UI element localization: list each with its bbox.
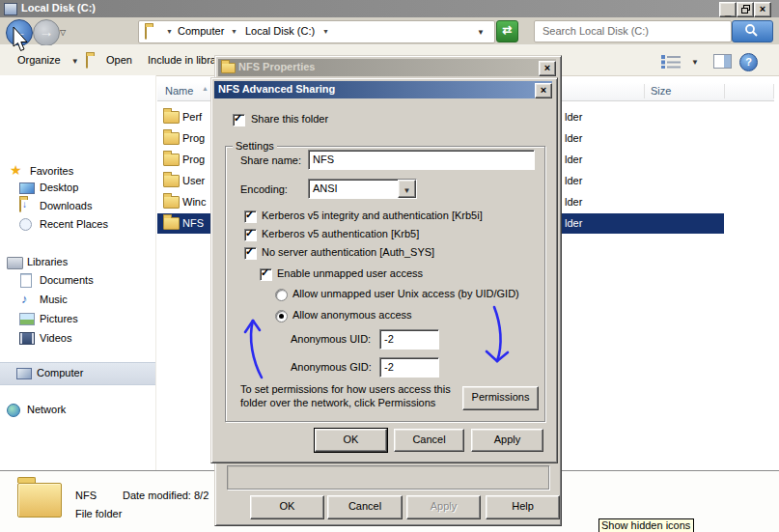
videos-icon	[19, 332, 35, 345]
show-hidden-icons-tooltip: Show hidden icons	[598, 518, 694, 532]
sidebar-item-pictures[interactable]: Pictures	[40, 313, 78, 324]
share-this-folder-checkbox[interactable]: ✓	[233, 114, 245, 126]
sidebar-item-music[interactable]: Music	[40, 294, 68, 305]
file-name: Perf	[182, 111, 202, 123]
check-icon: ✓	[234, 112, 242, 125]
check-icon: ✓	[245, 209, 254, 221]
properties-ok-button[interactable]: OK	[250, 495, 324, 519]
folder-icon	[163, 111, 180, 124]
sidebar-item-desktop[interactable]: Desktop	[40, 182, 78, 193]
krb5-checkbox[interactable]: ✓	[244, 229, 257, 241]
nfs-advanced-sharing-dialog: NFS Advanced Sharing × ✓ Share this fold…	[210, 77, 558, 463]
sidebar-item-favorites[interactable]: Favorites	[30, 165, 73, 177]
computer-icon	[16, 368, 32, 379]
music-icon: ♪	[21, 294, 28, 305]
share-name-field[interactable]: NFS	[308, 150, 535, 170]
krb5i-label: Kerberos v5 integrity and authentication…	[262, 210, 483, 221]
share-this-folder-label: Share this folder	[251, 113, 328, 125]
sidebar-item-computer[interactable]: Computer	[0, 362, 155, 385]
sidebar-item-recent-places[interactable]: Recent Places	[40, 218, 108, 230]
file-name: Prog	[182, 132, 205, 144]
selected-folder-icon	[17, 483, 62, 518]
sidebar-item-downloads[interactable]: Downloads	[40, 200, 92, 211]
unix-access-radio[interactable]	[275, 289, 288, 301]
folder-icon	[163, 132, 180, 145]
advanced-title: NFS Advanced Sharing	[218, 83, 335, 95]
file-type-tail: lder	[565, 217, 582, 229]
advanced-apply-button[interactable]: Apply	[471, 429, 543, 452]
file-name: User	[182, 175, 205, 186]
krb5i-checkbox[interactable]: ✓	[244, 210, 257, 223]
settings-group-label: Settings	[233, 140, 277, 152]
explorer-window: Local Disk (C:) _ × ← → ▽ ▼ Computer ▼ L…	[0, 0, 779, 532]
encoding-value: ANSI	[313, 182, 338, 194]
anonymous-access-radio[interactable]	[275, 310, 288, 322]
chevron-down-icon: ▼	[403, 186, 411, 195]
properties-title: NFS Properties	[238, 61, 315, 72]
file-type-tail: lder	[565, 154, 582, 165]
nav-dropdown-icon[interactable]: ▽	[60, 28, 66, 37]
sidebar-item-libraries[interactable]: Libraries	[27, 256, 68, 267]
details-type: File folder	[75, 508, 122, 519]
permissions-note-line2: folder over the network, click Permissio…	[240, 397, 435, 408]
check-icon: ✓	[245, 227, 254, 239]
properties-close-button[interactable]: ×	[539, 61, 556, 76]
advanced-cancel-button[interactable]: Cancel	[394, 429, 464, 452]
encoding-select[interactable]: ANSI ▼	[308, 179, 417, 199]
details-date-modified: Date modified: 8/2	[123, 490, 209, 501]
check-icon: ✓	[245, 245, 254, 258]
properties-description-box	[227, 465, 549, 490]
open-icon	[86, 55, 88, 69]
pictures-icon	[19, 313, 35, 325]
file-name: Prog	[182, 154, 205, 165]
advanced-titlebar: NFS Advanced Sharing ×	[214, 81, 552, 98]
properties-help-button[interactable]: Help	[486, 495, 560, 519]
file-type-tail: lder	[565, 111, 582, 123]
advanced-ok-button[interactable]: OK	[315, 429, 387, 452]
libraries-icon	[7, 257, 23, 269]
open-button[interactable]: Open	[106, 54, 132, 66]
anonymous-uid-value: -2	[384, 333, 394, 345]
folder-icon	[163, 217, 180, 230]
anonymous-gid-field[interactable]: -2	[379, 357, 439, 378]
advanced-close-button[interactable]: ×	[535, 83, 552, 98]
share-name-value: NFS	[313, 154, 334, 165]
auth-sys-checkbox[interactable]: ✓	[244, 247, 257, 260]
properties-cancel-button[interactable]: Cancel	[327, 495, 403, 519]
window-icon	[4, 3, 17, 15]
unix-access-label: Allow unmapped user Unix access (by UID/…	[292, 288, 519, 299]
file-type-tail: lder	[565, 196, 582, 208]
sidebar-item-videos[interactable]: Videos	[40, 332, 71, 344]
anonymous-uid-field[interactable]: -2	[379, 329, 439, 350]
back-button[interactable]: ←	[6, 19, 33, 46]
file-name: Winc	[182, 196, 206, 208]
check-icon: ✓	[261, 266, 269, 279]
anonymous-uid-label: Anonymous UID:	[291, 333, 371, 345]
enable-unmapped-checkbox[interactable]: ✓	[260, 268, 272, 281]
share-name-label: Share name:	[240, 154, 301, 166]
encoding-label: Encoding:	[240, 183, 288, 195]
organize-dropdown-icon: ▼	[71, 57, 79, 66]
location-icon	[145, 26, 147, 40]
file-type-tail: lder	[565, 175, 582, 186]
close-icon: ×	[541, 84, 546, 96]
desktop-icon	[19, 182, 35, 194]
file-type-tail: lder	[565, 132, 582, 144]
tooltip-text: Show hidden icons	[599, 519, 690, 531]
forward-button[interactable]: →	[33, 19, 60, 46]
krb5-label: Kerberos v5 authentication [Krb5]	[262, 228, 419, 239]
close-icon: ×	[544, 62, 550, 73]
network-icon	[7, 404, 20, 417]
folder-icon	[163, 175, 180, 187]
properties-apply-button: Apply	[406, 495, 481, 519]
organize-button[interactable]: Organize ▼	[17, 54, 79, 66]
properties-title-icon	[221, 63, 236, 73]
anonymous-gid-value: -2	[384, 361, 394, 373]
auth-sys-label: No server authentication [Auth_SYS]	[262, 246, 434, 258]
permissions-button[interactable]: Permissions	[462, 386, 539, 410]
anonymous-access-label: Allow anonymous access	[292, 309, 412, 321]
folder-icon	[163, 196, 180, 209]
encoding-dropdown-button[interactable]: ▼	[398, 180, 416, 198]
sidebar-item-documents[interactable]: Documents	[40, 274, 94, 286]
sidebar-item-network[interactable]: Network	[27, 404, 66, 415]
